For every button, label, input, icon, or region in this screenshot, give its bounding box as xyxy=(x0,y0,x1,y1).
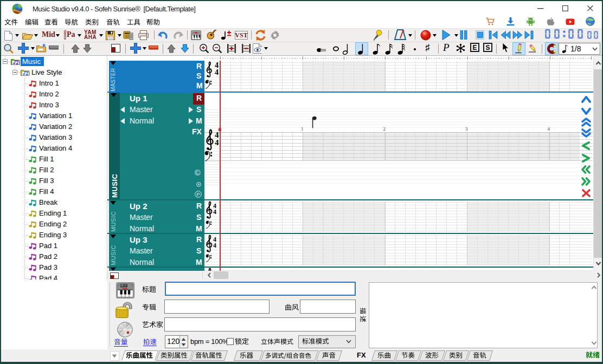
svg-text:P: P xyxy=(196,192,200,197)
svg-text:E: E xyxy=(472,44,477,51)
svg-text:S: S xyxy=(485,44,490,51)
svg-text:VST: VST xyxy=(235,31,247,39)
